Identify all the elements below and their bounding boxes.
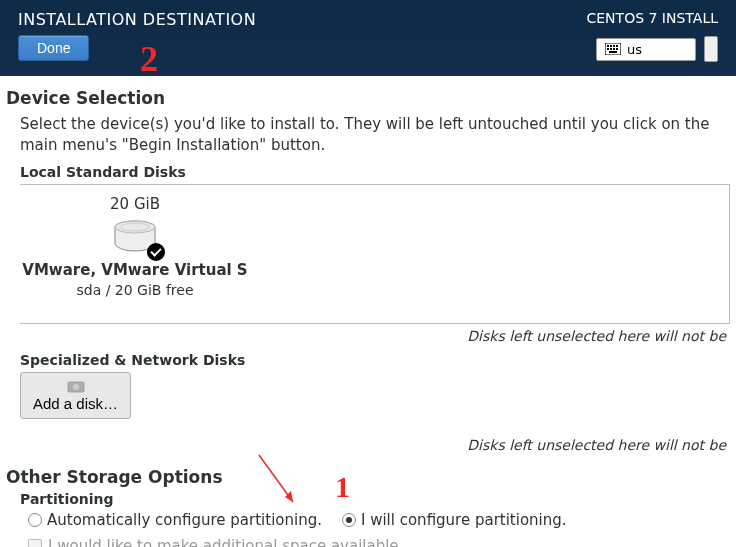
checkbox-icon (28, 539, 42, 547)
radio-manual-partition[interactable]: I will configure partitioning. (342, 511, 567, 529)
partitioning-heading: Partitioning (6, 491, 730, 507)
add-disk-icon (67, 379, 85, 393)
radio-icon (342, 513, 356, 527)
add-disk-button[interactable]: Add a disk… (20, 372, 131, 419)
annotation-2: 2 (140, 38, 158, 80)
radio-manual-label: I will configure partitioning. (361, 511, 567, 529)
svg-rect-7 (613, 48, 615, 50)
keyboard-selector[interactable]: us (596, 38, 696, 61)
disk-item[interactable]: 20 GiB VMware, VMware Virtual S sda / 20… (20, 195, 250, 309)
svg-rect-1 (607, 45, 609, 47)
local-disks-panel: 20 GiB VMware, VMware Virtual S sda / 20… (20, 184, 730, 324)
additional-space-checkbox: I would like to make additional space av… (6, 537, 730, 547)
svg-rect-2 (610, 45, 612, 47)
annotation-1: 1 (335, 470, 350, 504)
svg-rect-3 (613, 45, 615, 47)
add-disk-label: Add a disk… (33, 395, 118, 412)
disk-size: 20 GiB (20, 195, 250, 213)
device-selection-title: Device Selection (6, 88, 730, 108)
installer-title: CENTOS 7 INSTALL (587, 10, 719, 26)
svg-rect-4 (616, 45, 618, 47)
keyboard-icon (605, 43, 621, 55)
network-disks-heading: Specialized & Network Disks (6, 352, 730, 368)
disk-detail: sda / 20 GiB free (20, 282, 250, 298)
svg-point-14 (73, 384, 79, 390)
svg-rect-5 (607, 48, 609, 50)
disks-unselected-hint-2: Disks left unselected here will not be (6, 433, 730, 461)
svg-rect-6 (610, 48, 612, 50)
disk-selected-checkmark-icon (147, 243, 165, 261)
radio-icon (28, 513, 42, 527)
keyboard-layout-label: us (627, 42, 642, 57)
additional-space-label: I would like to make additional space av… (48, 537, 403, 547)
page-title: INSTALLATION DESTINATION (18, 10, 256, 29)
radio-auto-partition[interactable]: Automatically configure partitioning. (28, 511, 322, 529)
disk-name: VMware, VMware Virtual S (20, 261, 250, 279)
disks-unselected-hint: Disks left unselected here will not be (6, 324, 730, 352)
svg-rect-8 (616, 48, 618, 50)
harddisk-icon (111, 219, 159, 255)
svg-rect-9 (609, 51, 617, 53)
other-storage-title: Other Storage Options (6, 467, 730, 487)
radio-auto-label: Automatically configure partitioning. (47, 511, 322, 529)
device-selection-desc: Select the device(s) you'd like to insta… (6, 114, 730, 156)
help-button[interactable] (704, 36, 718, 62)
header-bar: INSTALLATION DESTINATION Done CENTOS 7 I… (0, 0, 736, 76)
done-button[interactable]: Done (18, 35, 89, 61)
local-disks-heading: Local Standard Disks (6, 164, 730, 180)
